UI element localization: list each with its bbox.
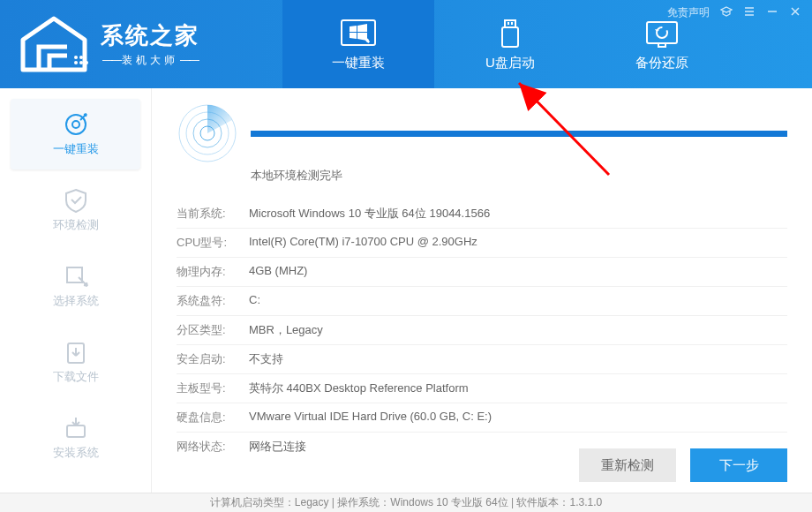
sidebar-item-select-system[interactable]: 选择系统	[11, 251, 140, 321]
svg-point-3	[79, 61, 83, 64]
svg-rect-10	[647, 22, 677, 43]
tab-usb-boot-label: U盘启动	[485, 55, 535, 72]
scan-row	[177, 102, 787, 164]
progress-bar	[251, 131, 787, 137]
select-icon	[63, 263, 89, 290]
info-row: 物理内存:4GB (MHZ)	[177, 258, 787, 287]
radar-icon	[177, 102, 238, 164]
svg-rect-11	[658, 43, 665, 47]
download-icon	[63, 339, 89, 365]
svg-point-0	[74, 56, 78, 59]
close-button[interactable]	[789, 5, 801, 20]
tab-reinstall-label: 一键重装	[332, 55, 385, 72]
logo: 系统之家 装机大师	[0, 13, 282, 75]
statusbar: 计算机启动类型：Legacy | 操作系统：Windows 10 专业版 64位…	[0, 493, 812, 512]
svg-rect-7	[508, 22, 509, 25]
action-buttons: 重新检测 下一步	[579, 448, 787, 482]
svg-point-14	[72, 121, 79, 128]
info-row: 当前系统:Microsoft Windows 10 专业版 64位 19044.…	[177, 200, 787, 229]
logo-icon	[14, 13, 94, 75]
svg-rect-9	[502, 27, 518, 47]
sidebar-item-label: 选择系统	[53, 293, 99, 309]
tab-reinstall[interactable]: 一键重装	[282, 0, 434, 88]
svg-point-4	[85, 61, 88, 64]
backup-icon	[643, 18, 681, 49]
usb-icon	[491, 18, 530, 49]
sidebar-item-label: 安装系统	[53, 445, 99, 461]
system-info: 当前系统:Microsoft Windows 10 专业版 64位 19044.…	[177, 200, 787, 461]
body: 一键重装 环境检测 选择系统 下载文件 安装系统	[0, 88, 812, 493]
sidebar-item-label: 一键重装	[53, 141, 99, 157]
sidebar-item-label: 下载文件	[53, 369, 99, 385]
svg-rect-16	[67, 425, 85, 437]
graduation-icon[interactable]	[720, 5, 733, 20]
windows-icon	[339, 18, 378, 49]
minimize-button[interactable]	[766, 5, 778, 20]
info-row: 分区类型:MBR，Legacy	[177, 316, 787, 345]
redetect-button[interactable]: 重新检测	[579, 448, 676, 482]
sidebar-item-reinstall[interactable]: 一键重装	[11, 99, 140, 169]
svg-point-1	[79, 56, 83, 59]
menu-icon[interactable]	[743, 5, 756, 20]
shield-icon	[63, 187, 89, 214]
tab-backup-restore-label: 备份还原	[635, 55, 688, 72]
logo-subtitle: 装机大师	[101, 53, 199, 68]
svg-point-12	[657, 27, 667, 38]
sidebar-item-label: 环境检测	[53, 217, 99, 233]
info-row: 主板型号:英特尔 440BX Desktop Reference Platfor…	[177, 374, 787, 403]
install-icon	[63, 415, 89, 441]
scan-status: 本地环境检测完毕	[251, 168, 787, 184]
main-panel: 本地环境检测完毕 当前系统:Microsoft Windows 10 专业版 6…	[152, 88, 812, 493]
target-icon	[63, 111, 89, 138]
info-row: 安全启动:不支持	[177, 345, 787, 374]
sidebar-item-download[interactable]: 下载文件	[11, 327, 140, 397]
header: 系统之家 装机大师 一键重装 U盘启动	[0, 0, 812, 88]
tab-usb-boot[interactable]: U盘启动	[434, 0, 586, 88]
sidebar-item-env-check[interactable]: 环境检测	[11, 175, 140, 245]
svg-point-2	[74, 61, 78, 64]
info-row: 硬盘信息:VMware Virtual IDE Hard Drive (60.0…	[177, 403, 787, 433]
disclaimer-link[interactable]: 免责声明	[667, 5, 710, 20]
info-row: CPU型号:Intel(R) Core(TM) i7-10700 CPU @ 2…	[177, 229, 787, 258]
sidebar: 一键重装 环境检测 选择系统 下载文件 安装系统	[0, 88, 152, 493]
sidebar-item-install[interactable]: 安装系统	[11, 403, 140, 473]
svg-rect-6	[505, 20, 515, 27]
svg-rect-8	[511, 22, 513, 25]
info-row: 系统盘符:C:	[177, 287, 787, 316]
logo-title: 系统之家	[101, 20, 199, 51]
titlebar: 免责声明	[667, 5, 801, 20]
next-button[interactable]: 下一步	[690, 448, 787, 482]
